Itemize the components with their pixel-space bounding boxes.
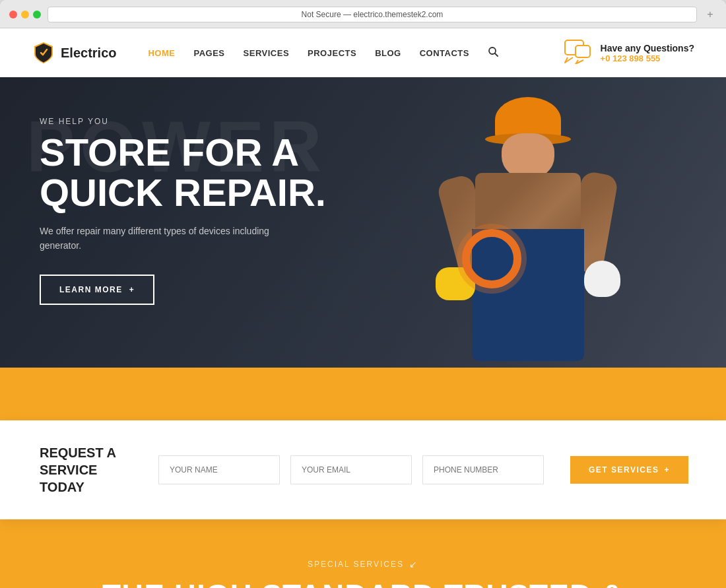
- contact-question: Have any Questions?: [601, 43, 694, 53]
- main-nav: HOME PAGES SERVICES PROJECTS BLOG CONTAC…: [148, 46, 498, 59]
- chat-icon: [564, 39, 591, 64]
- contact-phone: +0 123 898 555: [601, 53, 694, 63]
- svg-line-1: [495, 53, 498, 56]
- header-contact: Have any Questions? +0 123 898 555: [564, 39, 694, 67]
- logo-shield-icon: [32, 41, 55, 65]
- search-icon[interactable]: [488, 46, 498, 59]
- browser-chrome: Not Secure — electrico.themestek2.com +: [0, 0, 726, 28]
- hero-cta-plus: +: [129, 285, 135, 294]
- new-tab-button[interactable]: +: [704, 8, 717, 21]
- request-phone-input[interactable]: [422, 455, 544, 484]
- request-form-fields: [158, 455, 544, 484]
- nav-item-home[interactable]: HOME: [148, 48, 175, 58]
- orange-section: SPECIAL SERVICES ↙ THE HIGH STANDARD TRU…: [0, 519, 726, 588]
- hero-title: STORE FOR A QUICK REPAIR.: [40, 133, 326, 213]
- special-services-text: SPECIAL SERVICES: [308, 560, 404, 569]
- request-section: REQUEST A SERVICE TODAY GET SERVICES +: [0, 420, 726, 519]
- worker-cable: [462, 229, 521, 288]
- website-content: Electrico HOME PAGES SERVICES PROJECTS B…: [0, 28, 726, 588]
- hero-cta-label: LEARN MORE: [59, 285, 123, 294]
- get-services-plus: +: [664, 465, 670, 474]
- worker-glove-right: [584, 261, 620, 297]
- request-title-line1: REQUEST A: [40, 445, 116, 460]
- browser-window: Not Secure — electrico.themestek2.com + …: [0, 0, 726, 588]
- request-title: REQUEST A SERVICE TODAY: [40, 444, 132, 496]
- logo-link[interactable]: Electrico: [32, 41, 116, 65]
- request-name-input[interactable]: [158, 455, 280, 484]
- hero-cta-button[interactable]: LEARN MORE +: [40, 275, 154, 305]
- nav-item-contacts[interactable]: CONTACTS: [420, 48, 469, 58]
- nav-item-services[interactable]: SERVICES: [244, 48, 290, 58]
- header-contact-text: Have any Questions? +0 123 898 555: [601, 43, 694, 63]
- orange-section-title: THE HIGH STANDARD TRUSTED &: [40, 577, 686, 588]
- hero-title-line1: STORE FOR A: [40, 131, 299, 174]
- dot-minimize[interactable]: [21, 11, 29, 18]
- special-services-label: SPECIAL SERVICES ↙: [40, 559, 686, 570]
- get-services-label: GET SERVICES: [589, 465, 659, 474]
- nav-item-pages[interactable]: PAGES: [193, 48, 224, 58]
- nav-item-projects[interactable]: PROJECTS: [308, 48, 356, 58]
- dot-maximize[interactable]: [33, 11, 41, 18]
- logo-text: Electrico: [61, 46, 116, 61]
- request-title-line2: SERVICE TODAY: [40, 463, 97, 494]
- hero-worker-image: [370, 90, 686, 420]
- arrow-icon: ↙: [409, 559, 418, 570]
- site-header: Electrico HOME PAGES SERVICES PROJECTS B…: [0, 28, 726, 77]
- browser-dots: [9, 11, 41, 18]
- hero-description: We offer repair many different types of …: [40, 224, 277, 253]
- hero-title-line2: QUICK REPAIR.: [40, 171, 326, 214]
- nav-item-blog[interactable]: BLOG: [375, 48, 401, 58]
- svg-rect-3: [576, 46, 590, 57]
- request-email-input[interactable]: [290, 455, 412, 484]
- chat-icon-wrap: [564, 39, 591, 67]
- worker-figure: [403, 97, 653, 420]
- dot-close[interactable]: [9, 11, 17, 18]
- hero-content: WE HELP YOU STORE FOR A QUICK REPAIR. We…: [40, 117, 326, 305]
- hero-section: POWER WE HELP YOU STORE FOR A QUICK REPA…: [0, 77, 726, 420]
- get-services-button[interactable]: GET SERVICES +: [570, 456, 688, 484]
- hero-subtitle: WE HELP YOU: [40, 117, 326, 126]
- address-bar[interactable]: Not Secure — electrico.themestek2.com: [48, 7, 697, 22]
